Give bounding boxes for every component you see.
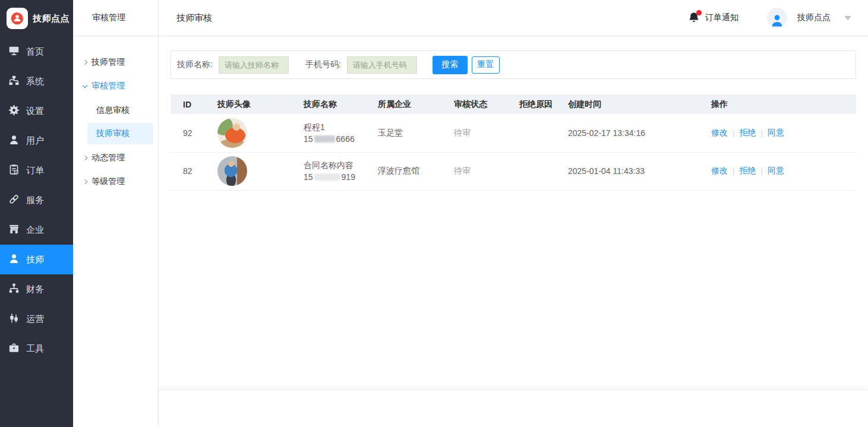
secondary-sidebar: 审核管理 技师管理 审核管理 信息审核 技师审核 动态管理 等级管理 bbox=[73, 0, 159, 427]
technician-name: 程程1 bbox=[304, 121, 378, 133]
cell-company: 玉足堂 bbox=[378, 114, 454, 152]
cell-id: 92 bbox=[171, 114, 217, 152]
cell-operations: 修改|拒绝|同意 bbox=[711, 114, 856, 152]
chevron-right-icon bbox=[83, 179, 87, 184]
order-notification-button[interactable]: 订单通知 bbox=[688, 11, 738, 24]
table-row: 92 程程1 156666 玉足堂 待审 2025-02-17 13:34:16… bbox=[171, 114, 856, 152]
chevron-right-icon bbox=[83, 60, 87, 65]
user-name: 技师点点 bbox=[797, 12, 831, 23]
technician-name-label: 技师名称: bbox=[177, 59, 213, 70]
technician-phone: 15919 bbox=[304, 171, 378, 183]
technician-icon bbox=[8, 253, 20, 266]
submenu-item-dynamic-mgmt[interactable]: 动态管理 bbox=[73, 146, 158, 170]
main-area: 技师审核 订单通知 技师点点 bbox=[159, 0, 868, 427]
technician-name: 合同名称内容 bbox=[304, 159, 378, 171]
approve-link[interactable]: 同意 bbox=[768, 166, 784, 175]
modify-link[interactable]: 修改 bbox=[711, 166, 728, 175]
cell-company: 浮波疗愈馆 bbox=[378, 152, 454, 190]
submenu-item-technician-mgmt[interactable]: 技师管理 bbox=[73, 50, 158, 74]
reset-button[interactable]: 重置 bbox=[472, 56, 500, 74]
status-badge: 待审 bbox=[454, 152, 519, 190]
brand-logo[interactable]: 技师点点 bbox=[0, 0, 73, 37]
header-company: 所属企业 bbox=[378, 94, 454, 114]
header-name: 技师名称 bbox=[304, 94, 378, 114]
notification-badge bbox=[696, 10, 702, 15]
user-icon bbox=[8, 134, 20, 147]
cell-reject-reason bbox=[519, 152, 568, 190]
submenu-item-technician-audit[interactable]: 技师审核 bbox=[87, 123, 153, 144]
header-reject-reason: 拒绝原因 bbox=[519, 94, 568, 114]
masked-digits bbox=[314, 173, 340, 181]
cell-created: 2025-02-17 13:34:16 bbox=[568, 114, 711, 152]
content: 技师名称: 手机号码: 搜索 重置 ID 技师头像 技师名称 bbox=[159, 36, 868, 427]
primary-sidebar: 技师点点 首页 系统 设置 用户 订单 bbox=[0, 0, 73, 427]
avatar bbox=[767, 8, 787, 28]
candlestick-icon bbox=[8, 312, 20, 325]
technician-audit-table: ID 技师头像 技师名称 所属企业 审核状态 拒绝原因 创建时间 操作 92 bbox=[171, 94, 856, 191]
store-icon bbox=[8, 223, 20, 236]
sidebar-item-technicians[interactable]: 技师 bbox=[0, 245, 73, 274]
phone-number-label: 手机号码: bbox=[305, 59, 341, 70]
sidebar-item-users[interactable]: 用户 bbox=[0, 126, 73, 156]
sidebar-item-home[interactable]: 首页 bbox=[0, 37, 73, 67]
approve-link[interactable]: 同意 bbox=[768, 128, 784, 137]
submenu-item-info-audit[interactable]: 信息审核 bbox=[87, 100, 153, 121]
sidebar-item-orders[interactable]: 订单 bbox=[0, 156, 73, 185]
sidebar-item-settings[interactable]: 设置 bbox=[0, 96, 73, 126]
gear-icon bbox=[8, 105, 20, 118]
search-panel: 技师名称: 手机号码: 搜索 重置 bbox=[171, 50, 856, 79]
modify-link[interactable]: 修改 bbox=[711, 128, 728, 137]
briefcase-icon bbox=[8, 342, 20, 355]
header-created: 创建时间 bbox=[568, 94, 711, 114]
primary-nav: 首页 系统 设置 用户 订单 服务 bbox=[0, 37, 73, 363]
technician-phone: 156666 bbox=[304, 133, 378, 145]
sidebar-item-operations[interactable]: 运营 bbox=[0, 304, 73, 334]
cell-id: 82 bbox=[171, 152, 217, 190]
clipboard-icon bbox=[8, 164, 20, 177]
cell-operations: 修改|拒绝|同意 bbox=[711, 152, 856, 190]
chevron-right-icon bbox=[83, 156, 87, 160]
bell-icon bbox=[688, 11, 700, 24]
topbar: 技师审核 订单通知 技师点点 bbox=[159, 0, 868, 36]
submenu-item-audit-mgmt[interactable]: 审核管理 bbox=[73, 74, 158, 98]
reject-link[interactable]: 拒绝 bbox=[739, 166, 756, 175]
technician-avatar[interactable] bbox=[217, 118, 247, 148]
app-window: 技师点点 首页 系统 设置 用户 订单 bbox=[0, 0, 868, 427]
status-badge: 待审 bbox=[454, 114, 519, 152]
table-row: 82 合同名称内容 15919 浮波疗愈馆 待审 2025-01-04 11:4… bbox=[171, 152, 856, 190]
submenu-item-level-mgmt[interactable]: 等级管理 bbox=[73, 170, 158, 194]
pagination-footer bbox=[159, 391, 868, 427]
header-operations: 操作 bbox=[711, 94, 856, 114]
link-icon bbox=[8, 194, 20, 207]
submenu-title: 审核管理 bbox=[73, 0, 158, 36]
sidebar-item-finance[interactable]: 财务 bbox=[0, 274, 73, 304]
finance-org-icon bbox=[8, 283, 20, 296]
sidebar-item-enterprise[interactable]: 企业 bbox=[0, 215, 73, 245]
technician-name-input[interactable] bbox=[219, 56, 289, 74]
chevron-down-icon bbox=[83, 83, 87, 87]
org-chart-icon bbox=[8, 75, 20, 88]
header-id: ID bbox=[171, 94, 217, 114]
brand-name: 技师点点 bbox=[33, 13, 70, 24]
header-status: 审核状态 bbox=[454, 94, 519, 114]
technician-avatar[interactable] bbox=[217, 156, 247, 186]
header-avatar: 技师头像 bbox=[217, 94, 304, 114]
phone-number-input[interactable] bbox=[347, 56, 417, 74]
topbar-right: 订单通知 技师点点 bbox=[688, 8, 851, 28]
technician-logo-icon bbox=[7, 8, 28, 29]
submenu-nav: 技师管理 审核管理 信息审核 技师审核 动态管理 等级管理 bbox=[73, 36, 158, 194]
caret-down-icon bbox=[844, 16, 851, 20]
masked-digits bbox=[314, 135, 335, 143]
sidebar-item-services[interactable]: 服务 bbox=[0, 185, 73, 215]
table-header-row: ID 技师头像 技师名称 所属企业 审核状态 拒绝原因 创建时间 操作 bbox=[171, 94, 856, 114]
sidebar-item-system[interactable]: 系统 bbox=[0, 67, 73, 96]
page-title: 技师审核 bbox=[176, 12, 212, 24]
cell-created: 2025-01-04 11:43:33 bbox=[568, 152, 711, 190]
cell-reject-reason bbox=[519, 114, 568, 152]
user-menu[interactable]: 技师点点 bbox=[767, 8, 851, 28]
monitor-icon bbox=[8, 45, 20, 58]
search-button[interactable]: 搜索 bbox=[433, 56, 468, 74]
sidebar-item-tools[interactable]: 工具 bbox=[0, 334, 73, 363]
reject-link[interactable]: 拒绝 bbox=[739, 128, 756, 137]
